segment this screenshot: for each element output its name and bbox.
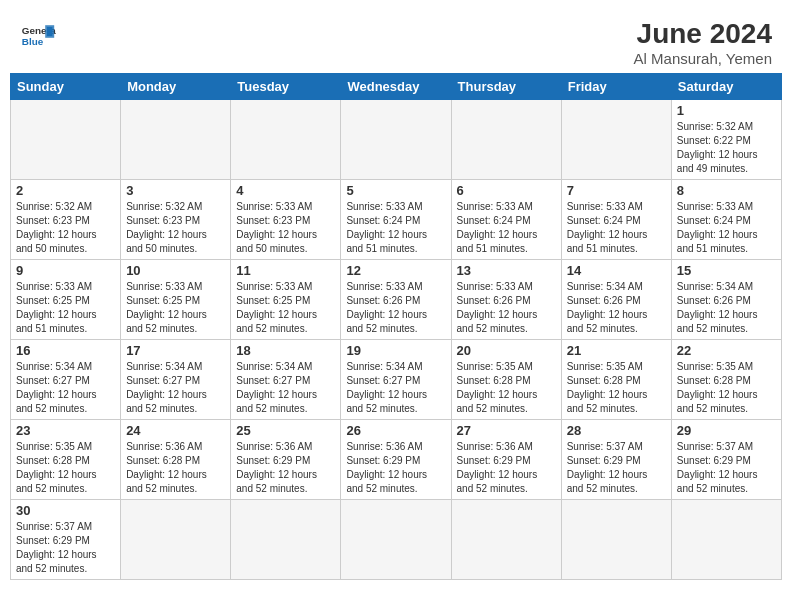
day-info: Sunrise: 5:32 AM Sunset: 6:23 PM Dayligh… bbox=[16, 200, 115, 256]
calendar-day-cell: 5Sunrise: 5:33 AM Sunset: 6:24 PM Daylig… bbox=[341, 180, 451, 260]
day-number: 3 bbox=[126, 183, 225, 198]
location-subtitle: Al Mansurah, Yemen bbox=[634, 50, 772, 67]
day-info: Sunrise: 5:33 AM Sunset: 6:26 PM Dayligh… bbox=[346, 280, 445, 336]
day-header-tuesday: Tuesday bbox=[231, 74, 341, 100]
calendar-day-cell: 15Sunrise: 5:34 AM Sunset: 6:26 PM Dayli… bbox=[671, 260, 781, 340]
day-number: 16 bbox=[16, 343, 115, 358]
day-number: 21 bbox=[567, 343, 666, 358]
day-info: Sunrise: 5:35 AM Sunset: 6:28 PM Dayligh… bbox=[16, 440, 115, 496]
calendar-day-cell: 28Sunrise: 5:37 AM Sunset: 6:29 PM Dayli… bbox=[561, 420, 671, 500]
calendar-week-row: 9Sunrise: 5:33 AM Sunset: 6:25 PM Daylig… bbox=[11, 260, 782, 340]
calendar-day-cell: 18Sunrise: 5:34 AM Sunset: 6:27 PM Dayli… bbox=[231, 340, 341, 420]
calendar-day-cell: 27Sunrise: 5:36 AM Sunset: 6:29 PM Dayli… bbox=[451, 420, 561, 500]
day-info: Sunrise: 5:37 AM Sunset: 6:29 PM Dayligh… bbox=[567, 440, 666, 496]
day-number: 13 bbox=[457, 263, 556, 278]
calendar-table: SundayMondayTuesdayWednesdayThursdayFrid… bbox=[10, 73, 782, 580]
calendar-day-cell: 3Sunrise: 5:32 AM Sunset: 6:23 PM Daylig… bbox=[121, 180, 231, 260]
day-info: Sunrise: 5:36 AM Sunset: 6:28 PM Dayligh… bbox=[126, 440, 225, 496]
day-info: Sunrise: 5:33 AM Sunset: 6:24 PM Dayligh… bbox=[567, 200, 666, 256]
calendar-day-cell bbox=[451, 500, 561, 580]
day-number: 18 bbox=[236, 343, 335, 358]
day-info: Sunrise: 5:33 AM Sunset: 6:24 PM Dayligh… bbox=[346, 200, 445, 256]
day-header-sunday: Sunday bbox=[11, 74, 121, 100]
day-number: 27 bbox=[457, 423, 556, 438]
calendar-day-cell: 7Sunrise: 5:33 AM Sunset: 6:24 PM Daylig… bbox=[561, 180, 671, 260]
calendar-week-row: 30Sunrise: 5:37 AM Sunset: 6:29 PM Dayli… bbox=[11, 500, 782, 580]
calendar-day-cell: 24Sunrise: 5:36 AM Sunset: 6:28 PM Dayli… bbox=[121, 420, 231, 500]
day-header-thursday: Thursday bbox=[451, 74, 561, 100]
day-number: 30 bbox=[16, 503, 115, 518]
calendar-day-cell bbox=[231, 500, 341, 580]
day-number: 9 bbox=[16, 263, 115, 278]
generalblue-logo-icon: General Blue bbox=[20, 18, 56, 54]
day-number: 26 bbox=[346, 423, 445, 438]
calendar-day-cell: 29Sunrise: 5:37 AM Sunset: 6:29 PM Dayli… bbox=[671, 420, 781, 500]
day-number: 5 bbox=[346, 183, 445, 198]
day-info: Sunrise: 5:33 AM Sunset: 6:23 PM Dayligh… bbox=[236, 200, 335, 256]
calendar-day-cell bbox=[341, 100, 451, 180]
day-info: Sunrise: 5:37 AM Sunset: 6:29 PM Dayligh… bbox=[677, 440, 776, 496]
day-number: 1 bbox=[677, 103, 776, 118]
calendar-day-cell: 30Sunrise: 5:37 AM Sunset: 6:29 PM Dayli… bbox=[11, 500, 121, 580]
calendar-day-cell bbox=[121, 100, 231, 180]
calendar-day-cell bbox=[451, 100, 561, 180]
day-info: Sunrise: 5:34 AM Sunset: 6:26 PM Dayligh… bbox=[567, 280, 666, 336]
day-number: 29 bbox=[677, 423, 776, 438]
day-info: Sunrise: 5:34 AM Sunset: 6:26 PM Dayligh… bbox=[677, 280, 776, 336]
day-header-monday: Monday bbox=[121, 74, 231, 100]
day-number: 14 bbox=[567, 263, 666, 278]
calendar-day-cell: 6Sunrise: 5:33 AM Sunset: 6:24 PM Daylig… bbox=[451, 180, 561, 260]
calendar-day-cell: 22Sunrise: 5:35 AM Sunset: 6:28 PM Dayli… bbox=[671, 340, 781, 420]
day-number: 4 bbox=[236, 183, 335, 198]
calendar-day-cell bbox=[561, 100, 671, 180]
day-info: Sunrise: 5:32 AM Sunset: 6:23 PM Dayligh… bbox=[126, 200, 225, 256]
day-info: Sunrise: 5:33 AM Sunset: 6:25 PM Dayligh… bbox=[236, 280, 335, 336]
day-info: Sunrise: 5:33 AM Sunset: 6:25 PM Dayligh… bbox=[126, 280, 225, 336]
day-number: 12 bbox=[346, 263, 445, 278]
day-number: 24 bbox=[126, 423, 225, 438]
day-info: Sunrise: 5:35 AM Sunset: 6:28 PM Dayligh… bbox=[457, 360, 556, 416]
calendar-day-cell bbox=[231, 100, 341, 180]
day-header-wednesday: Wednesday bbox=[341, 74, 451, 100]
calendar-day-cell bbox=[121, 500, 231, 580]
calendar-day-cell: 21Sunrise: 5:35 AM Sunset: 6:28 PM Dayli… bbox=[561, 340, 671, 420]
day-number: 11 bbox=[236, 263, 335, 278]
day-info: Sunrise: 5:33 AM Sunset: 6:25 PM Dayligh… bbox=[16, 280, 115, 336]
svg-marker-3 bbox=[47, 27, 52, 36]
calendar-day-cell: 11Sunrise: 5:33 AM Sunset: 6:25 PM Dayli… bbox=[231, 260, 341, 340]
day-info: Sunrise: 5:34 AM Sunset: 6:27 PM Dayligh… bbox=[236, 360, 335, 416]
calendar-day-cell: 2Sunrise: 5:32 AM Sunset: 6:23 PM Daylig… bbox=[11, 180, 121, 260]
calendar-day-cell bbox=[671, 500, 781, 580]
calendar-day-cell: 1Sunrise: 5:32 AM Sunset: 6:22 PM Daylig… bbox=[671, 100, 781, 180]
calendar-day-cell: 19Sunrise: 5:34 AM Sunset: 6:27 PM Dayli… bbox=[341, 340, 451, 420]
calendar-week-row: 16Sunrise: 5:34 AM Sunset: 6:27 PM Dayli… bbox=[11, 340, 782, 420]
day-info: Sunrise: 5:33 AM Sunset: 6:24 PM Dayligh… bbox=[677, 200, 776, 256]
calendar-day-cell: 25Sunrise: 5:36 AM Sunset: 6:29 PM Dayli… bbox=[231, 420, 341, 500]
calendar-day-cell: 9Sunrise: 5:33 AM Sunset: 6:25 PM Daylig… bbox=[11, 260, 121, 340]
day-number: 25 bbox=[236, 423, 335, 438]
calendar-week-row: 23Sunrise: 5:35 AM Sunset: 6:28 PM Dayli… bbox=[11, 420, 782, 500]
calendar-day-cell: 16Sunrise: 5:34 AM Sunset: 6:27 PM Dayli… bbox=[11, 340, 121, 420]
calendar-day-cell: 13Sunrise: 5:33 AM Sunset: 6:26 PM Dayli… bbox=[451, 260, 561, 340]
day-info: Sunrise: 5:36 AM Sunset: 6:29 PM Dayligh… bbox=[236, 440, 335, 496]
header: General Blue June 2024 Al Mansurah, Yeme… bbox=[10, 10, 782, 73]
calendar-day-cell: 23Sunrise: 5:35 AM Sunset: 6:28 PM Dayli… bbox=[11, 420, 121, 500]
day-number: 23 bbox=[16, 423, 115, 438]
calendar-day-cell: 4Sunrise: 5:33 AM Sunset: 6:23 PM Daylig… bbox=[231, 180, 341, 260]
day-number: 8 bbox=[677, 183, 776, 198]
calendar-week-row: 2Sunrise: 5:32 AM Sunset: 6:23 PM Daylig… bbox=[11, 180, 782, 260]
calendar-day-cell: 14Sunrise: 5:34 AM Sunset: 6:26 PM Dayli… bbox=[561, 260, 671, 340]
day-number: 28 bbox=[567, 423, 666, 438]
day-info: Sunrise: 5:35 AM Sunset: 6:28 PM Dayligh… bbox=[677, 360, 776, 416]
day-header-friday: Friday bbox=[561, 74, 671, 100]
calendar-day-cell: 12Sunrise: 5:33 AM Sunset: 6:26 PM Dayli… bbox=[341, 260, 451, 340]
day-number: 10 bbox=[126, 263, 225, 278]
calendar-day-cell bbox=[561, 500, 671, 580]
day-header-saturday: Saturday bbox=[671, 74, 781, 100]
calendar-day-cell: 20Sunrise: 5:35 AM Sunset: 6:28 PM Dayli… bbox=[451, 340, 561, 420]
svg-text:Blue: Blue bbox=[22, 36, 44, 47]
calendar-week-row: 1Sunrise: 5:32 AM Sunset: 6:22 PM Daylig… bbox=[11, 100, 782, 180]
day-info: Sunrise: 5:36 AM Sunset: 6:29 PM Dayligh… bbox=[346, 440, 445, 496]
day-number: 6 bbox=[457, 183, 556, 198]
calendar-day-cell: 17Sunrise: 5:34 AM Sunset: 6:27 PM Dayli… bbox=[121, 340, 231, 420]
